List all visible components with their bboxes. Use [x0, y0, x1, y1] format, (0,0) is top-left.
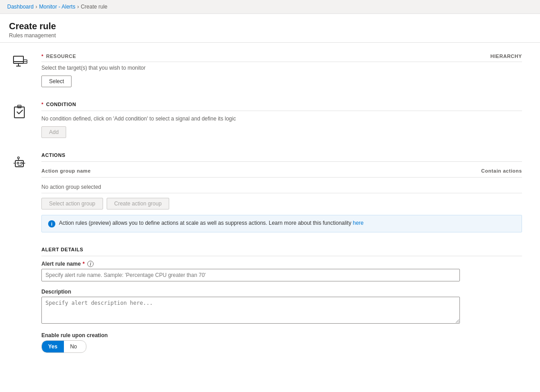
enable-rule-label: Enable rule upon creation: [41, 332, 522, 339]
condition-divider: [41, 111, 522, 111]
enable-rule-group: Enable rule upon creation Yes No: [41, 332, 522, 353]
breadcrumb-monitor-alerts[interactable]: Monitor - Alerts: [39, 4, 76, 10]
actions-btn-row: Select action group Create action group: [41, 198, 522, 209]
page-header: Create rule Rules management: [0, 14, 540, 43]
create-action-group-button[interactable]: Create action group: [107, 198, 169, 209]
condition-desc: No condition defined, click on 'Add cond…: [41, 116, 522, 122]
svg-point-10: [17, 162, 19, 164]
toggle-no-button[interactable]: No: [64, 341, 83, 352]
description-textarea[interactable]: [41, 297, 460, 324]
resource-section: * RESOURCE HIERARCHY Select the target(s…: [9, 52, 522, 87]
info-banner-link[interactable]: here: [353, 220, 364, 226]
toggle-yes-button[interactable]: Yes: [42, 341, 64, 352]
condition-add-button[interactable]: Add: [41, 126, 66, 138]
svg-point-13: [18, 157, 19, 159]
actions-section-body: ACTIONS Action group name Contain action…: [41, 152, 522, 232]
resource-col-title: * RESOURCE: [41, 53, 76, 59]
alert-rule-name-group: Alert rule name * i: [41, 261, 522, 281]
main-content: * RESOURCE HIERARCHY Select the target(s…: [0, 43, 531, 369]
breadcrumb-current: Create rule: [81, 4, 107, 10]
alert-rule-name-input[interactable]: [41, 269, 460, 281]
resource-section-body: * RESOURCE HIERARCHY Select the target(s…: [41, 52, 522, 87]
condition-icon: [9, 102, 31, 120]
svg-rect-6: [14, 107, 24, 118]
resource-icon: [9, 52, 31, 70]
resource-desc: Select the target(s) that you wish to mo…: [41, 65, 522, 71]
actions-title: ACTIONS: [41, 152, 522, 158]
enable-rule-toggle[interactable]: Yes No: [41, 340, 86, 353]
breadcrumb-sep-2: ›: [77, 4, 79, 10]
breadcrumb-dashboard[interactable]: Dashboard: [7, 4, 34, 10]
condition-section-body: * CONDITION No condition defined, click …: [41, 102, 522, 138]
breadcrumb-sep-1: ›: [36, 4, 37, 10]
resource-col-headers: * RESOURCE HIERARCHY: [41, 52, 522, 62]
condition-title: * CONDITION: [41, 102, 522, 107]
actions-divider: [41, 161, 522, 162]
description-group: Description: [41, 289, 522, 325]
svg-point-11: [21, 162, 22, 164]
alert-rule-name-label: Alert rule name * i: [41, 261, 522, 267]
info-banner-text: Action rules (preview) allows you to def…: [59, 220, 364, 226]
alert-details-title: ALERT DETAILS: [41, 247, 522, 252]
page-title: Create rule: [9, 21, 531, 31]
resource-select-button[interactable]: Select: [41, 76, 72, 87]
condition-section: * CONDITION No condition defined, click …: [9, 102, 522, 138]
page-subtitle: Rules management: [9, 32, 531, 39]
alert-details-divider: [41, 256, 522, 256]
hierarchy-col-title: HIERARCHY: [490, 53, 522, 59]
actions-icon: [9, 152, 31, 170]
actions-col-headers: Action group name Contain actions: [41, 166, 522, 178]
info-banner: i Action rules (preview) allows you to d…: [41, 215, 522, 232]
description-label: Description: [41, 289, 522, 295]
alert-rule-name-info-icon[interactable]: i: [87, 261, 94, 267]
contain-actions-col: Contain actions: [481, 168, 522, 174]
alert-details-section: ALERT DETAILS Alert rule name * i Descri…: [41, 247, 522, 353]
no-action-group: No action group selected: [41, 181, 522, 193]
breadcrumb: Dashboard › Monitor - Alerts › Create ru…: [0, 0, 540, 14]
select-action-group-button[interactable]: Select action group: [41, 198, 103, 209]
action-group-name-col: Action group name: [41, 168, 91, 174]
info-icon: i: [48, 220, 55, 227]
svg-rect-0: [14, 56, 23, 63]
actions-section: ACTIONS Action group name Contain action…: [9, 152, 522, 232]
